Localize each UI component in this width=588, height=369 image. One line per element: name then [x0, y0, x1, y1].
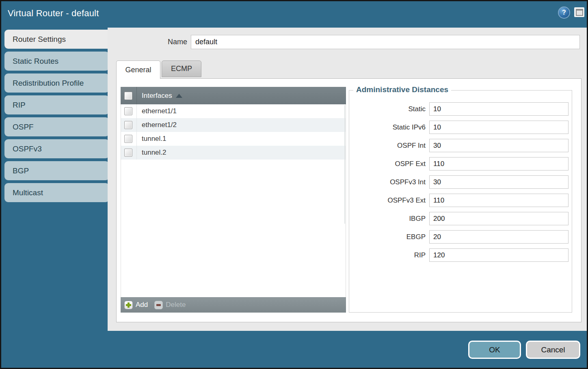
- field-row-ibgp: IBGP: [349, 212, 572, 225]
- delete-button-label: Delete: [166, 301, 186, 309]
- dialog-title: Virtual Router - default: [8, 8, 99, 19]
- help-icon[interactable]: ?: [558, 6, 570, 19]
- administrative-distances-group: Administrative Distances Static Static I…: [349, 90, 572, 313]
- field-label: OSPF Int: [349, 142, 429, 150]
- table-row[interactable]: ethernet1/1: [121, 104, 346, 118]
- field-row-ospf-ext: OSPF Ext: [349, 157, 572, 170]
- field-label: IBGP: [349, 215, 429, 223]
- sidebar-item-ospfv3[interactable]: OSPFv3: [4, 139, 109, 158]
- ospf-ext-distance-input[interactable]: [429, 157, 569, 170]
- interface-name: tunnel.2: [136, 146, 346, 160]
- sidebar-item-label: Static Routes: [13, 57, 58, 66]
- tab-ecmp[interactable]: ECMP: [162, 60, 201, 77]
- field-row-static-ipv6: Static IPv6: [349, 121, 572, 134]
- field-label: Static: [349, 105, 429, 113]
- main-panel: Name General ECMP Interfaces: [108, 28, 587, 331]
- interface-name: tunnel.1: [136, 132, 346, 146]
- sidebar-item-redistribution-profile[interactable]: Redistribution Profile: [4, 73, 109, 93]
- minus-icon: [154, 301, 163, 309]
- window-restore-icon[interactable]: [574, 7, 584, 17]
- row-checkbox[interactable]: [124, 121, 132, 129]
- ok-button[interactable]: OK: [468, 341, 521, 359]
- row-checkbox[interactable]: [124, 107, 132, 115]
- field-label: Static IPv6: [349, 123, 429, 132]
- table-toolbar: Add Delete: [121, 297, 346, 313]
- sidebar-item-ospf[interactable]: OSPF: [4, 117, 109, 136]
- general-tab-content: Interfaces ethernet1/1 ethernet1/2: [116, 78, 582, 322]
- sidebar: Router Settings Static Routes Redistribu…: [4, 30, 108, 202]
- sidebar-item-router-settings[interactable]: Router Settings: [4, 30, 112, 49]
- sidebar-item-label: OSPF: [13, 123, 34, 132]
- static-ipv6-distance-input[interactable]: [429, 121, 569, 134]
- ebgp-distance-input[interactable]: [429, 230, 569, 244]
- name-input[interactable]: [191, 35, 580, 49]
- sidebar-item-label: Router Settings: [13, 35, 66, 44]
- delete-button[interactable]: Delete: [154, 301, 186, 309]
- field-row-static: Static: [349, 102, 572, 116]
- add-button[interactable]: Add: [124, 301, 148, 309]
- ospfv3-ext-distance-input[interactable]: [429, 194, 569, 207]
- table-row[interactable]: ethernet1/2: [121, 118, 346, 132]
- sidebar-item-multicast[interactable]: Multicast: [4, 183, 109, 202]
- static-distance-input[interactable]: [429, 102, 569, 116]
- row-checkbox[interactable]: [124, 149, 132, 157]
- sidebar-item-static-routes[interactable]: Static Routes: [4, 52, 109, 71]
- tab-general[interactable]: General: [116, 60, 160, 79]
- field-row-ospf-int: OSPF Int: [349, 139, 572, 152]
- name-label: Name: [108, 35, 187, 49]
- tab-label: General: [125, 66, 151, 74]
- add-button-label: Add: [136, 301, 148, 309]
- sidebar-item-bgp[interactable]: BGP: [4, 161, 109, 180]
- sidebar-item-label: Multicast: [13, 188, 43, 197]
- plus-icon: [124, 301, 133, 309]
- interfaces-header-row[interactable]: Interfaces: [121, 87, 346, 104]
- group-legend: Administrative Distances: [353, 85, 451, 94]
- row-checkbox[interactable]: [124, 135, 132, 143]
- interfaces-table: Interfaces ethernet1/1 ethernet1/2: [121, 87, 346, 313]
- field-label: OSPFv3 Ext: [349, 196, 429, 205]
- interface-name: ethernet1/1: [136, 104, 346, 118]
- tab-label: ECMP: [171, 65, 192, 73]
- field-label: OSPF Ext: [349, 160, 429, 168]
- field-row-ebgp: EBGP: [349, 230, 572, 244]
- title-bar: Virtual Router - default ?: [1, 1, 587, 28]
- rip-distance-input[interactable]: [429, 248, 569, 262]
- virtual-router-dialog: Virtual Router - default ? Router Settin…: [0, 0, 588, 369]
- field-row-ospfv3-int: OSPFv3 Int: [349, 175, 572, 189]
- sort-ascending-icon: [176, 94, 182, 98]
- table-row[interactable]: tunnel.2: [121, 146, 346, 160]
- table-row[interactable]: tunnel.1: [121, 132, 346, 146]
- select-all-checkbox[interactable]: [124, 92, 132, 100]
- sidebar-item-rip[interactable]: RIP: [4, 95, 109, 114]
- interfaces-column-header: Interfaces: [142, 92, 172, 100]
- ospfv3-int-distance-input[interactable]: [429, 175, 569, 189]
- sidebar-item-label: RIP: [13, 101, 26, 110]
- ibgp-distance-input[interactable]: [429, 212, 569, 225]
- ospf-int-distance-input[interactable]: [429, 139, 569, 152]
- interface-name: ethernet1/2: [136, 118, 346, 132]
- interfaces-rows: ethernet1/1 ethernet1/2 tunnel.1 tunnel.…: [121, 104, 346, 297]
- sidebar-item-label: OSPFv3: [13, 145, 42, 153]
- field-label: RIP: [349, 251, 429, 259]
- sidebar-item-label: BGP: [13, 166, 29, 175]
- sidebar-item-label: Redistribution Profile: [13, 79, 84, 88]
- field-label: EBGP: [349, 233, 429, 241]
- field-row-rip: RIP: [349, 248, 572, 262]
- help-glyph: ?: [562, 9, 566, 16]
- window-pane-glyph: [576, 9, 583, 16]
- field-row-ospfv3-ext: OSPFv3 Ext: [349, 194, 572, 207]
- field-label: OSPFv3 Int: [349, 178, 429, 186]
- cancel-button[interactable]: Cancel: [526, 341, 580, 359]
